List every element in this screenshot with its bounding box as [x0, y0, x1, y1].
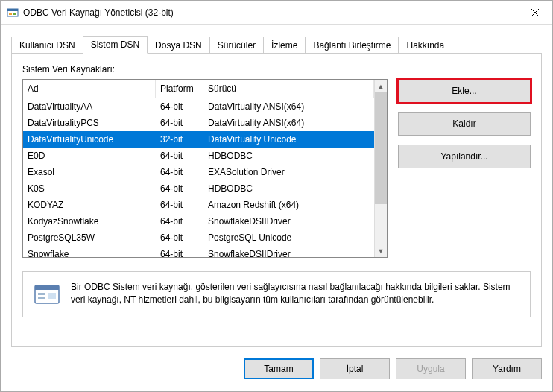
cell-driver: HDBODBC — [203, 151, 374, 161]
help-button[interactable]: Yardım — [472, 358, 542, 379]
svg-rect-3 — [13, 13, 16, 15]
svg-rect-8 — [48, 293, 56, 299]
window-title: ODBC Veri Kaynağı Yöneticisi (32-bit) — [23, 7, 518, 18]
cell-driver: Amazon Redshift (x64) — [203, 200, 374, 210]
cell-driver: DataVirtuality Unicode — [203, 134, 374, 145]
cell-platform: 64-bit — [156, 200, 203, 210]
configure-button[interactable]: Yapılandır... — [398, 145, 531, 168]
info-box: Bir ODBC Sistem veri kaynağı, gösterilen… — [22, 271, 531, 317]
table-row[interactable]: K0S64-bitHDBODBC — [23, 180, 374, 197]
svg-rect-2 — [9, 13, 12, 15]
cell-name: DataVirtualityPCS — [23, 118, 156, 128]
tab-strip: Kullanıcı DSN Sistem DSN Dosya DSN Sürüc… — [11, 35, 542, 53]
cell-name: KodyazSnowflake — [23, 216, 156, 227]
cell-name: KODYAZ — [23, 200, 156, 210]
close-button[interactable] — [518, 1, 552, 24]
cell-driver: SnowflakeDSIIDriver — [203, 249, 374, 257]
add-button[interactable]: Ekle... — [398, 79, 531, 103]
cell-name: K0S — [23, 183, 156, 194]
panel-row: Ad Platform Sürücü DataVirtualityAA64-bi… — [22, 79, 531, 258]
tab-panel-system-dsn: Sistem Veri Kaynakları: Ad Platform Sürü… — [11, 53, 542, 347]
cell-driver: EXASolution Driver — [203, 167, 374, 177]
cell-platform: 64-bit — [156, 249, 203, 257]
table-row[interactable]: PostgreSQL35W64-bitPostgreSQL Unicode — [23, 230, 374, 246]
tab-drivers[interactable]: Sürücüler — [209, 37, 264, 54]
table-row[interactable]: DataVirtualityUnicode32-bitDataVirtualit… — [23, 131, 374, 148]
content-area: Kullanıcı DSN Sistem DSN Dosya DSN Sürüc… — [1, 25, 552, 347]
svg-rect-7 — [38, 297, 45, 299]
table-row[interactable]: Exasol64-bitEXASolution Driver — [23, 164, 374, 180]
info-text: Bir ODBC Sistem veri kaynağı, gösterilen… — [71, 281, 519, 306]
table-row[interactable]: KODYAZ64-bitAmazon Redshift (x64) — [23, 197, 374, 213]
side-buttons: Ekle... Kaldır Yapılandır... — [398, 79, 531, 258]
cell-platform: 64-bit — [156, 216, 203, 227]
scroll-down-icon[interactable]: ▼ — [375, 244, 387, 257]
cell-driver: PostgreSQL Unicode — [203, 233, 374, 243]
tab-connection-pooling[interactable]: Bağlantı Birleştirme — [305, 37, 399, 54]
cell-name: Snowflake — [23, 249, 156, 257]
cell-platform: 64-bit — [156, 101, 203, 112]
column-header-driver[interactable]: Sürücü — [203, 80, 374, 98]
dsn-list-body: DataVirtualityAA64-bitDataVirtuality ANS… — [23, 98, 374, 257]
cell-driver: DataVirtuality ANSI(x64) — [203, 101, 374, 112]
cell-name: DataVirtualityAA — [23, 101, 156, 112]
dsn-list-inner: Ad Platform Sürücü DataVirtualityAA64-bi… — [23, 80, 374, 257]
scroll-track[interactable] — [375, 204, 387, 244]
cell-platform: 64-bit — [156, 183, 203, 194]
cell-driver: SnowflakeDSIIDriver — [203, 216, 374, 227]
cell-driver: DataVirtuality ANSI(x64) — [203, 118, 374, 128]
column-header-name[interactable]: Ad — [23, 80, 156, 98]
dsn-list-label: Sistem Veri Kaynakları: — [22, 64, 531, 75]
cell-platform: 64-bit — [156, 167, 203, 177]
tab-tracing[interactable]: İzleme — [263, 37, 306, 54]
tab-file-dsn[interactable]: Dosya DSN — [147, 37, 210, 54]
cell-platform: 64-bit — [156, 151, 203, 161]
svg-rect-5 — [35, 285, 59, 290]
dialog-footer: Tamam İptal Uygula Yardım — [1, 347, 552, 391]
cell-platform: 64-bit — [156, 118, 203, 128]
app-icon — [7, 7, 19, 19]
cell-name: PostgreSQL35W — [23, 233, 156, 243]
cell-platform: 64-bit — [156, 233, 203, 243]
vertical-scrollbar[interactable]: ▲ ▼ — [374, 80, 387, 257]
cell-name: DataVirtualityUnicode — [23, 134, 156, 145]
table-row[interactable]: KodyazSnowflake64-bitSnowflakeDSIIDriver — [23, 213, 374, 230]
cell-platform: 32-bit — [156, 134, 203, 145]
table-row[interactable]: Snowflake64-bitSnowflakeDSIIDriver — [23, 246, 374, 257]
table-row[interactable]: E0D64-bitHDBODBC — [23, 148, 374, 164]
info-icon — [34, 281, 60, 308]
svg-rect-6 — [38, 293, 45, 295]
cell-name: Exasol — [23, 167, 156, 177]
scroll-up-icon[interactable]: ▲ — [375, 80, 387, 92]
dsn-list-header: Ad Platform Sürücü — [23, 80, 374, 98]
remove-button[interactable]: Kaldır — [398, 112, 531, 136]
svg-rect-1 — [7, 9, 18, 11]
scroll-thumb[interactable] — [375, 92, 387, 204]
tab-user-dsn[interactable]: Kullanıcı DSN — [11, 37, 83, 54]
tab-about[interactable]: Hakkında — [398, 37, 452, 54]
cell-name: E0D — [23, 151, 156, 161]
table-row[interactable]: DataVirtualityAA64-bitDataVirtuality ANS… — [23, 98, 374, 115]
table-row[interactable]: DataVirtualityPCS64-bitDataVirtuality AN… — [23, 115, 374, 131]
cell-driver: HDBODBC — [203, 183, 374, 194]
close-icon — [531, 9, 539, 16]
odbc-admin-window: ODBC Veri Kaynağı Yöneticisi (32-bit) Ku… — [0, 0, 553, 392]
apply-button[interactable]: Uygula — [396, 358, 466, 379]
ok-button[interactable]: Tamam — [244, 358, 314, 379]
tab-system-dsn[interactable]: Sistem DSN — [83, 36, 148, 54]
dsn-list[interactable]: Ad Platform Sürücü DataVirtualityAA64-bi… — [22, 79, 388, 258]
titlebar: ODBC Veri Kaynağı Yöneticisi (32-bit) — [1, 1, 552, 25]
column-header-platform[interactable]: Platform — [156, 80, 203, 98]
cancel-button[interactable]: İptal — [320, 358, 390, 379]
